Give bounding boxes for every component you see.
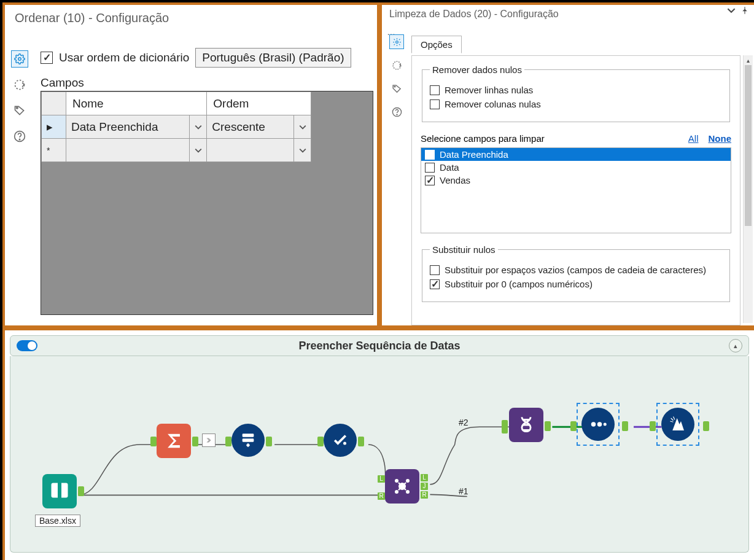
svg-point-7 <box>394 86 395 87</box>
join-output-2-label: #2 <box>459 418 468 427</box>
svg-point-12 <box>343 442 346 445</box>
list-item[interactable]: Vendas <box>421 174 731 187</box>
output-anchor[interactable] <box>78 486 84 496</box>
svg-point-4 <box>19 139 20 139</box>
select-all-link[interactable]: All <box>688 133 699 144</box>
svg-point-20 <box>604 423 607 426</box>
refresh-icon[interactable] <box>389 58 404 72</box>
col-order-header[interactable]: Ordem <box>207 92 311 115</box>
container-toggle[interactable] <box>17 340 37 351</box>
tag-icon[interactable] <box>389 81 404 96</box>
table-row-new[interactable]: * <box>42 139 311 162</box>
workflow-panel: Preencher Sequência de Datas ▴ Base.xlsx <box>2 328 754 560</box>
input-anchor[interactable] <box>225 437 231 446</box>
output-anchor[interactable] <box>358 437 364 446</box>
fields-grid: Nome Ordem ▸ Data Preenchida Crescente <box>41 91 373 315</box>
remove-null-rows-label: Remover linhas nulas <box>445 85 533 95</box>
remove-null-cols-checkbox[interactable] <box>430 99 440 109</box>
order-cell[interactable]: Crescente <box>207 115 311 139</box>
cleanse-config-panel: Limpeza de Dados (20) - Configuração … O… <box>379 2 754 328</box>
pin-icon[interactable] <box>740 6 749 17</box>
port-l-out[interactable]: L <box>421 474 428 481</box>
input-data-tool[interactable] <box>42 474 77 508</box>
svg-point-19 <box>597 422 602 427</box>
svg-rect-10 <box>243 434 254 437</box>
svg-point-18 <box>591 422 596 427</box>
tab-options[interactable]: Opções <box>411 36 462 53</box>
select-fields-label: Selecione campos para limpar <box>421 133 545 144</box>
use-dict-label: Usar ordem de dicionário <box>59 51 189 64</box>
union-tool[interactable] <box>509 408 543 442</box>
replace-zero-label: Substituir por 0 (campos numéricos) <box>445 279 593 289</box>
new-row-icon[interactable]: * <box>42 139 66 162</box>
select-none-link[interactable]: None <box>709 133 732 144</box>
input-anchor[interactable] <box>317 437 324 446</box>
svg-point-2 <box>17 107 18 109</box>
input-anchor[interactable] <box>502 420 508 434</box>
chevron-down-icon[interactable] <box>727 6 736 17</box>
port-r-out[interactable]: R <box>421 491 428 499</box>
workflow-canvas[interactable]: Base.xlsx L R <box>10 356 749 553</box>
output-anchor[interactable] <box>192 437 198 446</box>
row-selector-icon[interactable]: ▸ <box>42 115 66 139</box>
field-checkbox[interactable] <box>425 150 435 160</box>
right-sidebar <box>384 34 409 119</box>
scrollbar[interactable]: ▴ <box>743 55 753 323</box>
output-anchor[interactable] <box>703 421 709 431</box>
help-icon[interactable] <box>11 128 28 145</box>
order-cell-empty[interactable] <box>207 139 311 162</box>
refresh-icon[interactable] <box>11 76 28 93</box>
svg-point-16 <box>395 490 398 494</box>
field-checkbox[interactable] <box>425 176 435 185</box>
scroll-up-icon[interactable]: ▴ <box>744 55 753 65</box>
svg-point-17 <box>406 490 410 494</box>
macro-tool-2[interactable] <box>661 408 694 441</box>
intermediate-anchor[interactable] <box>202 434 216 447</box>
chevron-down-icon[interactable] <box>189 139 206 161</box>
input-anchor[interactable] <box>150 437 157 446</box>
col-name-header[interactable]: Nome <box>66 92 206 115</box>
collapse-icon[interactable]: ▴ <box>729 339 742 352</box>
replace-blank-checkbox[interactable] <box>430 265 440 275</box>
input-label: Base.xlsx <box>35 515 80 527</box>
chevron-down-icon[interactable] <box>293 115 311 138</box>
remove-null-rows-checkbox[interactable] <box>430 85 440 95</box>
generate-rows-tool[interactable] <box>231 424 265 457</box>
name-cell[interactable]: Data Preenchida <box>66 115 206 139</box>
list-item[interactable]: Data Preenchida <box>421 148 731 161</box>
help-icon[interactable] <box>389 104 404 119</box>
gear-icon[interactable] <box>11 50 28 68</box>
gear-icon[interactable] <box>389 34 404 49</box>
fields-table[interactable]: Nome Ordem ▸ Data Preenchida Crescente <box>41 91 311 162</box>
macro-2[interactable] <box>656 403 699 446</box>
group-title: Substituir nulos <box>430 244 498 255</box>
table-row[interactable]: ▸ Data Preenchida Crescente <box>42 115 311 139</box>
list-item[interactable]: Data <box>421 161 731 174</box>
output-anchor[interactable] <box>622 421 628 431</box>
output-anchor[interactable] <box>545 421 551 431</box>
language-dropdown[interactable]: Português (Brasil) (Padrão) <box>195 48 351 68</box>
output-anchor[interactable] <box>266 437 272 446</box>
scroll-thumb[interactable] <box>745 65 752 226</box>
macro-tool-1[interactable] <box>581 408 615 441</box>
name-cell-empty[interactable] <box>66 139 206 162</box>
use-dict-checkbox[interactable] <box>41 52 53 64</box>
input-anchor[interactable] <box>650 421 656 431</box>
field-checkbox[interactable] <box>425 163 435 173</box>
chevron-down-icon[interactable] <box>189 115 206 138</box>
port-l[interactable]: L <box>378 475 385 483</box>
port-j-out[interactable]: J <box>421 483 428 490</box>
select-tool[interactable] <box>324 424 357 457</box>
port-r[interactable]: R <box>378 492 385 500</box>
tabstrip: Opções <box>411 36 462 53</box>
replace-zero-checkbox[interactable] <box>430 279 440 289</box>
macro-1[interactable] <box>577 403 620 446</box>
tag-icon[interactable] <box>11 102 28 119</box>
chevron-down-icon[interactable] <box>293 139 311 161</box>
input-anchor[interactable] <box>570 421 577 431</box>
field-listbox[interactable]: Data Preenchida Data Vendas <box>421 147 731 233</box>
join-tool[interactable] <box>385 469 419 504</box>
svg-point-6 <box>393 61 401 69</box>
join-output-1-label: #1 <box>459 486 468 496</box>
summarize-tool[interactable] <box>157 424 191 458</box>
